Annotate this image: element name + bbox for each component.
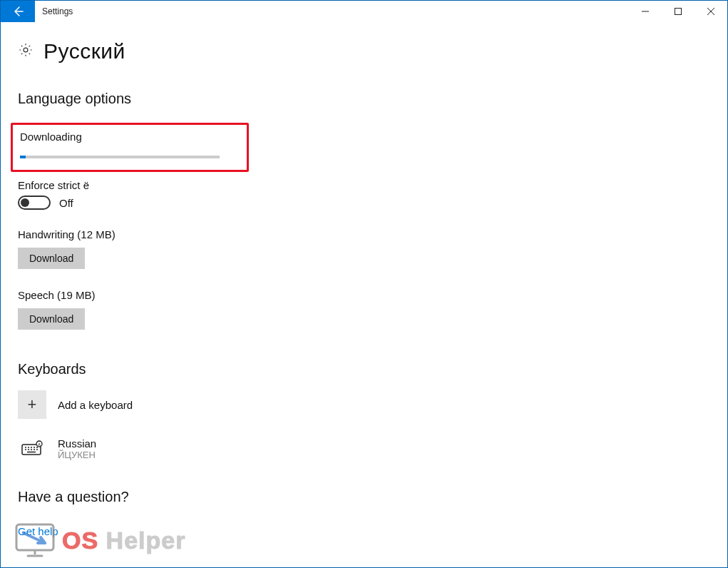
page-title: Русский: [43, 39, 125, 64]
maximize-button[interactable]: [662, 1, 694, 22]
minimize-icon: [642, 8, 649, 15]
download-progress: [20, 156, 220, 158]
downloading-label: Downloading: [20, 131, 240, 143]
keyboard-icon: A: [18, 435, 46, 463]
watermark: OS Helper: [14, 522, 185, 559]
plus-icon: +: [18, 390, 46, 419]
handwriting-download-button[interactable]: Download: [18, 248, 85, 269]
speech-download-button[interactable]: Download: [18, 308, 85, 330]
add-keyboard-row[interactable]: + Add a keyboard: [18, 390, 727, 419]
add-keyboard-label: Add a keyboard: [58, 399, 133, 411]
minimize-button[interactable]: [629, 1, 662, 22]
keyboard-layout: ЙЦУКЕН: [58, 450, 96, 460]
keyboard-item[interactable]: A Russian ЙЦУКЕН: [18, 435, 727, 463]
enforce-strict-toggle[interactable]: [18, 196, 51, 210]
toggle-state-label: Off: [59, 197, 73, 209]
maximize-icon: [675, 8, 682, 15]
monitor-icon: [14, 522, 56, 559]
keyboards-heading: Keyboards: [18, 361, 727, 377]
watermark-helper: Helper: [106, 527, 186, 554]
downloading-highlight: Downloading: [11, 123, 249, 172]
download-progress-fill: [20, 156, 26, 158]
back-button[interactable]: [1, 1, 35, 22]
close-button[interactable]: [694, 1, 727, 22]
keyboard-name: Russian: [58, 437, 96, 450]
toggle-knob: [21, 198, 29, 207]
content-area: Русский Language options Downloading Enf…: [1, 22, 727, 538]
svg-text:A: A: [38, 442, 41, 447]
close-icon: [707, 8, 714, 15]
gear-icon: [18, 42, 34, 61]
handwriting-label: Handwriting (12 MB): [18, 228, 727, 240]
watermark-os: OS: [62, 527, 98, 554]
window-title: Settings: [35, 1, 73, 22]
svg-point-4: [24, 48, 28, 52]
language-options-heading: Language options: [18, 91, 727, 107]
speech-label: Speech (19 MB): [18, 289, 727, 301]
titlebar: Settings: [1, 1, 727, 22]
arrow-left-icon: [12, 6, 24, 17]
svg-rect-1: [675, 9, 682, 15]
enforce-strict-label: Enforce strict ё: [18, 179, 727, 191]
question-heading: Have a question?: [18, 489, 727, 505]
